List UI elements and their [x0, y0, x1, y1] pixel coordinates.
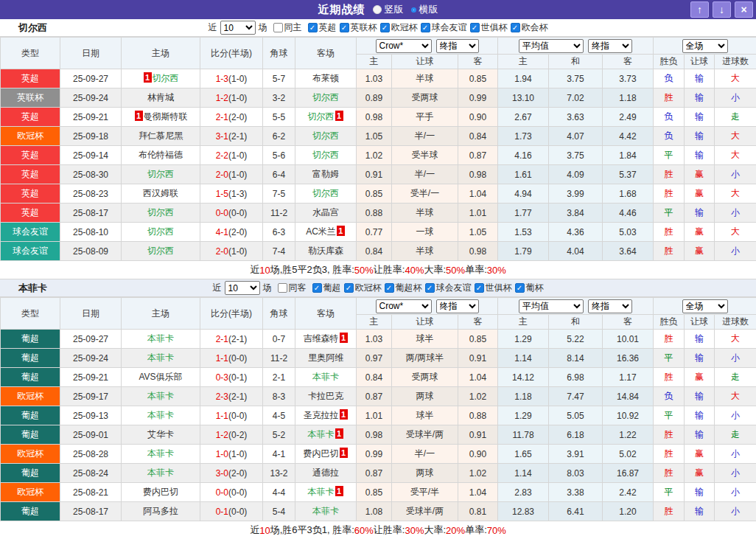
- match-row[interactable]: 葡超 25-09-13 本菲卡 1-1(0-0) 4-5 圣克拉拉1 1.01 …: [1, 406, 756, 425]
- match-row[interactable]: 英超 25-08-17 切尔西 0-0(0-0) 11-2 水晶宫 0.88 半…: [1, 204, 756, 223]
- match-row[interactable]: 英超 25-09-14 布伦特福德 2-2(1-0) 5-6 切尔西 1.02 …: [1, 146, 756, 165]
- odds-company-select[interactable]: Crow*: [376, 299, 432, 313]
- home-team-cell[interactable]: 本菲卡: [122, 445, 200, 464]
- checkbox-checked-icon[interactable]: ✓: [380, 23, 390, 32]
- checkbox-checked-icon[interactable]: ✓: [421, 23, 430, 32]
- match-row[interactable]: 欧冠杯 25-09-18 拜仁慕尼黑 3-1(2-1) 6-2 切尔西 1.05…: [1, 127, 756, 146]
- league-filter[interactable]: ✓世俱杯: [470, 21, 508, 34]
- home-team-name[interactable]: 阿马多拉: [143, 506, 178, 516]
- away-team-name[interactable]: 切尔西: [312, 188, 339, 198]
- home-team-name[interactable]: 切尔西: [147, 207, 174, 218]
- checkbox-checked-icon[interactable]: ✓: [312, 283, 322, 293]
- away-team-name[interactable]: 里奥阿维: [308, 352, 343, 363]
- away-team-name[interactable]: 切尔西: [312, 92, 339, 102]
- away-team-cell[interactable]: 富勒姆: [295, 165, 357, 184]
- home-team-cell[interactable]: 西汉姆联: [122, 184, 200, 204]
- away-team-name[interactable]: 切尔西: [308, 111, 335, 122]
- match-row[interactable]: 葡超 25-09-24 本菲卡 1-1(0-0) 11-2 里奥阿维 0.97 …: [1, 349, 756, 368]
- home-team-name[interactable]: 费内巴切: [143, 487, 178, 497]
- match-row[interactable]: 英超 25-08-23 西汉姆联 1-5(1-3) 7-5 切尔西 0.85 受…: [1, 184, 756, 204]
- recent-count-select[interactable]: 10: [225, 281, 260, 295]
- league-filter[interactable]: ✓欧会杯: [511, 21, 548, 34]
- away-team-name[interactable]: 卡拉巴克: [308, 391, 343, 401]
- home-team-name[interactable]: 本菲卡: [147, 448, 174, 459]
- avg-final-select[interactable]: 终指: [588, 299, 632, 313]
- checkbox-checked-icon[interactable]: ✓: [308, 23, 318, 32]
- checkbox-checked-icon[interactable]: ✓: [425, 283, 435, 293]
- scope-select[interactable]: 全场: [682, 39, 728, 53]
- checkbox-checked-icon[interactable]: ✓: [385, 283, 394, 293]
- checkbox-checked-icon[interactable]: ✓: [470, 23, 480, 32]
- home-team-cell[interactable]: 切尔西: [122, 242, 200, 261]
- away-team-cell[interactable]: 费内巴切1: [295, 445, 357, 464]
- checkbox-checked-icon[interactable]: ✓: [340, 23, 349, 32]
- home-team-name[interactable]: 切尔西: [153, 73, 179, 83]
- layout-vertical-radio[interactable]: 竖版: [373, 3, 404, 16]
- league-filter[interactable]: ✓葡超杯: [385, 282, 422, 294]
- away-team-cell[interactable]: 切尔西1: [295, 108, 357, 127]
- checkbox-unchecked-icon[interactable]: [278, 283, 287, 293]
- same-venue-filter[interactable]: 同主: [273, 21, 302, 34]
- away-team-cell[interactable]: 切尔西: [295, 184, 357, 204]
- league-filter[interactable]: ✓葡超: [312, 282, 341, 294]
- match-row[interactable]: 球会友谊 25-08-10 切尔西 4-1(2-0) 6-3 AC米兰1 0.7…: [1, 223, 756, 242]
- away-team-name[interactable]: AC米兰: [306, 226, 336, 237]
- away-team-cell[interactable]: AC米兰1: [295, 223, 357, 242]
- away-team-cell[interactable]: 本菲卡: [295, 368, 357, 387]
- home-team-cell[interactable]: 本菲卡: [122, 387, 200, 406]
- checkbox-checked-icon[interactable]: ✓: [511, 23, 520, 32]
- home-team-cell[interactable]: 本菲卡: [122, 464, 200, 483]
- odds-company-select[interactable]: Crow*: [376, 39, 432, 53]
- checkbox-checked-icon[interactable]: ✓: [344, 283, 354, 293]
- home-team-cell[interactable]: 本菲卡: [122, 330, 200, 349]
- home-team-name[interactable]: 艾华卡: [147, 429, 174, 439]
- away-team-name[interactable]: 勒沃库森: [308, 246, 343, 256]
- home-team-cell[interactable]: 1曼彻斯特联: [122, 108, 200, 127]
- away-team-cell[interactable]: 勒沃库森: [295, 242, 357, 261]
- home-team-cell[interactable]: 本菲卡: [122, 406, 200, 425]
- home-team-name[interactable]: 本菲卡: [147, 410, 174, 420]
- away-team-cell[interactable]: 吉维森特1: [295, 330, 357, 349]
- home-team-cell[interactable]: 阿马多拉: [122, 502, 200, 521]
- home-team-cell[interactable]: 1切尔西: [122, 69, 200, 88]
- home-team-name[interactable]: 林肯城: [147, 92, 174, 102]
- league-filter[interactable]: ✓英联杯: [340, 21, 377, 34]
- away-team-cell[interactable]: 通德拉: [295, 464, 357, 483]
- match-row[interactable]: 欧冠杯 25-09-17 本菲卡 2-3(2-1) 8-3 卡拉巴克 0.87 …: [1, 387, 756, 406]
- away-team-cell[interactable]: 水晶宫: [295, 204, 357, 223]
- checkbox-unchecked-icon[interactable]: [273, 23, 283, 32]
- home-team-name[interactable]: 本菲卡: [147, 333, 174, 344]
- move-down-button[interactable]: ↓: [713, 1, 731, 18]
- match-row[interactable]: 英超 25-09-21 1曼彻斯特联 2-1(2-0) 5-5 切尔西1 0.9…: [1, 108, 756, 127]
- away-team-cell[interactable]: 本菲卡: [295, 502, 357, 521]
- home-team-cell[interactable]: AVS俱乐部: [122, 368, 200, 387]
- home-team-name[interactable]: AVS俱乐部: [139, 372, 182, 382]
- avg-select[interactable]: 平均值: [519, 299, 584, 313]
- league-filter[interactable]: ✓球会友谊: [421, 21, 467, 34]
- away-team-name[interactable]: 本菲卡: [312, 506, 339, 516]
- match-row[interactable]: 葡超 25-09-01 艾华卡 1-2(0-2) 5-2 本菲卡1 0.98 受…: [1, 425, 756, 445]
- away-team-name[interactable]: 本菲卡: [312, 372, 339, 382]
- away-team-cell[interactable]: 切尔西: [295, 127, 357, 146]
- home-team-name[interactable]: 本菲卡: [147, 467, 174, 478]
- home-team-cell[interactable]: 切尔西: [122, 223, 200, 242]
- match-row[interactable]: 葡超 25-09-27 本菲卡 2-1(2-1) 0-7 吉维森特1 1.03 …: [1, 330, 756, 349]
- odds-final-select[interactable]: 终指: [436, 299, 479, 313]
- match-row[interactable]: 英超 25-08-30 切尔西 2-0(1-0) 6-4 富勒姆 0.91 半/…: [1, 165, 756, 184]
- home-team-cell[interactable]: 布伦特福德: [122, 146, 200, 165]
- avg-select[interactable]: 平均值: [519, 39, 584, 53]
- league-filter[interactable]: ✓英超: [308, 21, 337, 34]
- scope-select[interactable]: 全场: [682, 299, 728, 313]
- league-filter[interactable]: ✓世俱杯: [475, 282, 512, 294]
- match-row[interactable]: 英超 25-09-27 1切尔西 1-3(1-0) 5-7 布莱顿 1.03 半…: [1, 69, 756, 88]
- home-team-name[interactable]: 布伦特福德: [139, 150, 183, 160]
- league-filter[interactable]: ✓欧冠杯: [344, 282, 382, 294]
- home-team-cell[interactable]: 艾华卡: [122, 425, 200, 445]
- move-up-button[interactable]: ↑: [690, 1, 709, 18]
- league-filter[interactable]: ✓葡杯: [515, 282, 544, 294]
- away-team-name[interactable]: 圣克拉拉: [304, 410, 339, 420]
- league-filter[interactable]: ✓球会友谊: [425, 282, 472, 294]
- match-row[interactable]: 葡超 25-08-17 阿马多拉 0-1(0-0) 5-4 本菲卡 1.08 受…: [1, 502, 756, 521]
- home-team-name[interactable]: 切尔西: [147, 226, 174, 237]
- match-row[interactable]: 欧冠杯 25-08-21 费内巴切 0-0(0-0) 4-4 本菲卡1 0.85…: [1, 483, 756, 502]
